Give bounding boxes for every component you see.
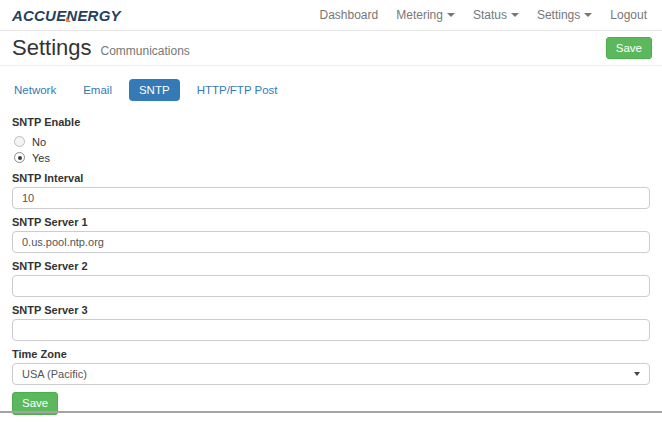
nav-item-settings[interactable]: Settings (537, 8, 592, 22)
nav-item-logout[interactable]: Logout (610, 8, 647, 22)
sntp-server1-group: SNTP Server 1 (12, 216, 650, 253)
tab-sntp[interactable]: SNTP (129, 79, 180, 101)
nav-item-label: Metering (396, 8, 443, 22)
settings-page: ACCUENERGY Dashboard Metering Status Set… (0, 0, 662, 422)
sntp-enable-radios: No Yes (12, 134, 650, 165)
nav-item-label: Settings (537, 8, 580, 22)
time-zone-select[interactable]: USA (Pacific) (12, 363, 650, 385)
nav-links: Dashboard Metering Status Settings Logou… (320, 8, 648, 22)
time-zone-group: Time Zone USA (Pacific) (12, 348, 650, 385)
page-header: Settings Communications Save (0, 31, 662, 66)
caret-down-icon (511, 13, 519, 17)
nav-item-status[interactable]: Status (473, 8, 519, 22)
nav-item-metering[interactable]: Metering (396, 8, 455, 22)
sntp-form: SNTP Enable No Yes SNTP Interval SNTP Se… (0, 116, 662, 415)
caret-down-icon (584, 13, 592, 17)
sntp-server1-label: SNTP Server 1 (12, 216, 650, 228)
footer-divider (0, 411, 662, 413)
sntp-server2-group: SNTP Server 2 (12, 260, 650, 297)
radio-option-no[interactable]: No (12, 134, 650, 149)
sntp-interval-input[interactable] (12, 187, 650, 209)
caret-down-icon (447, 13, 455, 17)
communications-tabs: Network Email SNTP HTTP/FTP Post (0, 66, 662, 101)
top-navbar: ACCUENERGY Dashboard Metering Status Set… (0, 0, 662, 31)
page-title: Settings (12, 35, 92, 61)
time-zone-selected-value: USA (Pacific) (22, 368, 87, 380)
select-caret-icon (634, 372, 640, 376)
tab-email[interactable]: Email (73, 79, 122, 101)
sntp-server3-input[interactable] (12, 319, 650, 341)
sntp-server2-input[interactable] (12, 275, 650, 297)
page-subtitle: Communications (101, 44, 190, 58)
sntp-server1-input[interactable] (12, 231, 650, 253)
tab-network[interactable]: Network (4, 79, 66, 101)
sntp-server2-label: SNTP Server 2 (12, 260, 650, 272)
logo-text-left: ACCUE (12, 7, 66, 24)
sntp-enable-group: SNTP Enable No Yes (12, 116, 650, 165)
radio-label: No (32, 136, 46, 148)
radio-option-yes[interactable]: Yes (12, 150, 650, 165)
nav-item-label: Logout (610, 8, 647, 22)
nav-item-label: Dashboard (320, 8, 379, 22)
radio-icon-selected[interactable] (14, 152, 25, 163)
save-button-top[interactable]: Save (606, 37, 652, 60)
radio-icon-unselected[interactable] (14, 136, 25, 147)
logo-accent-letter: N (66, 7, 77, 24)
sntp-server3-group: SNTP Server 3 (12, 304, 650, 341)
nav-item-label: Status (473, 8, 507, 22)
logo-text-right: ERGY (77, 7, 120, 24)
tab-http-ftp-post[interactable]: HTTP/FTP Post (187, 79, 288, 101)
radio-label: Yes (32, 152, 50, 164)
accuenergy-logo[interactable]: ACCUENERGY (12, 7, 121, 24)
sntp-enable-label: SNTP Enable (12, 116, 650, 128)
time-zone-label: Time Zone (12, 348, 650, 360)
nav-item-dashboard[interactable]: Dashboard (320, 8, 379, 22)
sntp-interval-group: SNTP Interval (12, 172, 650, 209)
sntp-server3-label: SNTP Server 3 (12, 304, 650, 316)
sntp-interval-label: SNTP Interval (12, 172, 650, 184)
